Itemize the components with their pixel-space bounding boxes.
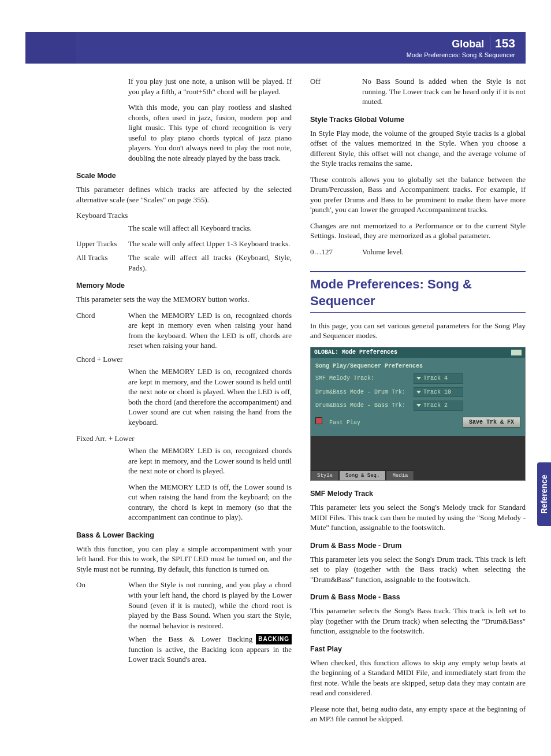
body-text: This parameter lets you select the Song'… — [310, 554, 526, 585]
term-all-tracks: All Tracks — [76, 253, 128, 273]
body-text: The scale will affect all Keyboard track… — [76, 223, 292, 234]
body-text: Changes are not memorized to a Performan… — [310, 221, 526, 241]
page-number: 153 — [490, 36, 515, 50]
term-volume-range: 0…127 — [310, 247, 362, 257]
body-text: This parameter selects the Song's Bass t… — [310, 606, 526, 636]
body-text: These controls allows you to globally se… — [310, 175, 526, 215]
tab-song-seq[interactable]: Song & Seq. — [339, 470, 386, 480]
body-text: When the MEMORY LED is off, the Lower so… — [76, 482, 292, 522]
chevron-down-icon — [416, 391, 421, 394]
term-fixed-arr-lower: Fixed Arr. + Lower — [76, 433, 292, 444]
heading-style-tracks-global-volume: Style Tracks Global Volume — [310, 115, 526, 125]
page-header: Global 153 Mode Preferences: Song & Sequ… — [0, 0, 551, 64]
heading-fast-play: Fast Play — [310, 644, 526, 654]
heading-db-drum: Drum & Bass Mode - Drum — [310, 541, 526, 551]
left-column: If you play just one note, a unison will… — [25, 76, 292, 730]
body-text: When the MEMORY LED is on, recognized ch… — [76, 446, 292, 476]
checkbox-fast-play[interactable]: Fast Play — [315, 417, 360, 427]
header-accent — [25, 32, 76, 64]
heading-scale-mode: Scale Mode — [76, 171, 292, 181]
body-text: When checked, this function allows to sk… — [310, 658, 526, 698]
body-text: When the MEMORY LED is on, recognized ch… — [76, 366, 292, 427]
screenshot-titlebar: GLOBAL: Mode Preferences — [311, 347, 525, 358]
term-chord: Chord — [76, 310, 128, 351]
tab-media[interactable]: Media — [386, 470, 414, 480]
tab-style[interactable]: Style — [311, 470, 339, 480]
body-text: In Style Play mode, the volume of the gr… — [310, 128, 526, 169]
header-subtitle: Mode Preferences: Song & Sequencer — [76, 51, 515, 58]
term-off: Off — [310, 76, 362, 107]
term-on: On — [76, 580, 128, 631]
body-text: BACKING When the Bass & Lower Backing fu… — [76, 634, 292, 665]
side-tab-reference: Reference — [537, 462, 551, 526]
body-text: This parameter defines which tracks are … — [76, 184, 292, 205]
dropdown-smf-melody[interactable]: Track 4 — [414, 373, 463, 384]
chevron-down-icon — [416, 377, 421, 380]
body-text: When the MEMORY LED is on, recognized ch… — [128, 310, 292, 351]
menu-icon — [511, 350, 522, 355]
body-text: This parameter sets the way the MEMORY b… — [76, 294, 292, 305]
body-text: No Bass Sound is added when the Style is… — [362, 76, 526, 107]
screenshot-section-label: Song Play/Sequencer Preferences — [315, 362, 520, 370]
heading-smf-melody-track: SMF Melody Track — [310, 489, 526, 499]
body-text: The scale will only affect Upper 1-3 Key… — [128, 239, 292, 249]
screenshot-tabs: Style Song & Seq. Media — [311, 436, 525, 480]
body-text: When the Style is not running, and you p… — [128, 580, 292, 631]
section-heading: Mode Preferences: Song & Sequencer — [310, 271, 526, 313]
ui-screenshot: GLOBAL: Mode Preferences Song Play/Seque… — [310, 347, 526, 481]
dropdown-bass-trk[interactable]: Track 2 — [414, 401, 463, 411]
body-text: Please note that, being audio data, any … — [310, 704, 526, 724]
heading-memory-mode: Memory Mode — [76, 281, 292, 291]
field-label: SMF Melody Track: — [315, 375, 414, 383]
right-column: Off No Bass Sound is added when the Styl… — [310, 76, 526, 730]
header-title: Global — [452, 38, 484, 50]
term-upper-tracks: Upper Tracks — [76, 239, 128, 249]
body-text: With this function, you can play a simpl… — [76, 544, 292, 575]
backing-badge-icon: BACKING — [256, 634, 292, 644]
dropdown-drum-trk[interactable]: Track 10 — [414, 387, 463, 398]
term-chord-lower: Chord + Lower — [76, 354, 292, 365]
heading-bass-lower-backing: Bass & Lower Backing — [76, 531, 292, 540]
checkbox-icon — [315, 417, 322, 424]
body-text: Volume level. — [362, 247, 526, 257]
heading-db-bass: Drum & Bass Mode - Bass — [310, 592, 526, 602]
body-text: In this page, you can set various genera… — [310, 321, 526, 341]
body-text: This parameter lets you select the Song'… — [310, 502, 526, 533]
body-text: With this mode, you can play rootless an… — [76, 102, 292, 163]
body-text: The scale will affect all tracks (Keyboa… — [128, 253, 292, 273]
header-bar: Global 153 Mode Preferences: Song & Sequ… — [76, 32, 526, 64]
chevron-down-icon — [416, 404, 421, 407]
screenshot-title: GLOBAL: Mode Preferences — [314, 349, 397, 357]
term-keyboard-tracks: Keyboard Tracks — [76, 210, 292, 221]
body-text: If you play just one note, a unison will… — [76, 76, 292, 97]
field-label: Drum&Bass Mode - Bass Trk: — [315, 402, 414, 410]
field-label: Drum&Bass Mode - Drum Trk: — [315, 388, 414, 396]
save-trk-fx-button[interactable]: Save Trk & FX — [463, 417, 520, 428]
